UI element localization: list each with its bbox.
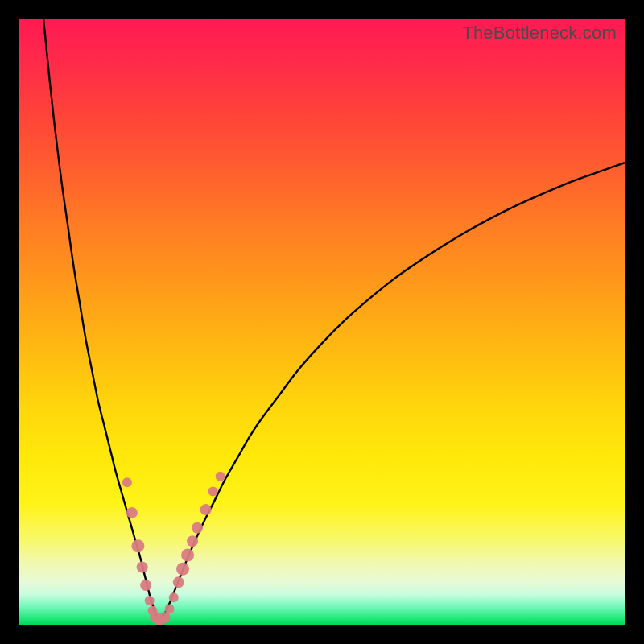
curve-marker: [122, 477, 132, 487]
curve-layer: [19, 19, 625, 625]
plot-area: TheBottleneck.com: [19, 19, 625, 625]
right-curve: [159, 163, 625, 621]
curve-marker: [208, 487, 218, 497]
markers: [122, 472, 225, 625]
curve-marker: [181, 549, 194, 562]
curve-marker: [137, 562, 148, 573]
curve-marker: [176, 563, 189, 576]
left-curve: [43, 19, 159, 621]
curve-marker: [169, 592, 179, 602]
curve-marker: [126, 507, 138, 518]
curve-marker: [200, 504, 212, 515]
curve-marker: [192, 522, 203, 534]
curve-marker: [131, 539, 144, 552]
curve-marker: [165, 604, 175, 613]
curve-marker: [216, 472, 225, 481]
curve-marker: [140, 580, 151, 591]
curve-marker: [145, 596, 155, 605]
outer-frame: TheBottleneck.com: [0, 0, 644, 644]
curve-marker: [173, 576, 184, 588]
curve-marker: [187, 535, 198, 547]
